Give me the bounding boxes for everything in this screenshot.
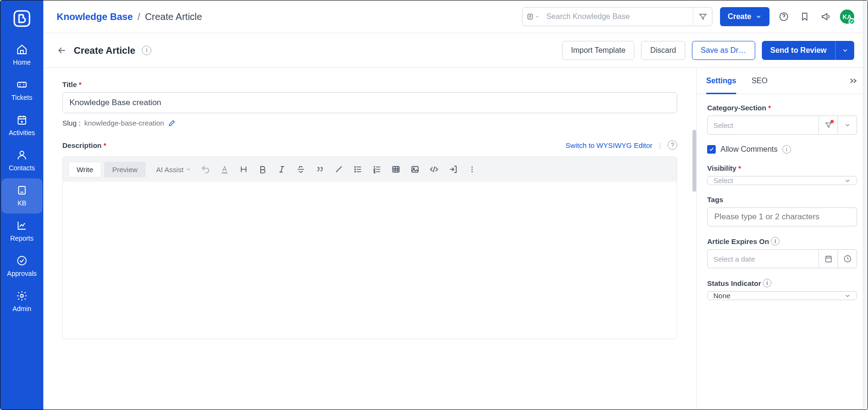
sidebar-item-activities[interactable]: Activities — [1, 108, 42, 143]
chart-icon — [16, 219, 28, 232]
breadcrumb-current: Create Article — [145, 11, 202, 22]
help-icon[interactable] — [777, 10, 790, 23]
sidebar-item-label: KB — [18, 199, 27, 207]
bullet-list-icon[interactable] — [349, 161, 366, 178]
editor-toolbar: Write Preview AI Assist — [63, 157, 677, 182]
svg-rect-0 — [14, 11, 30, 26]
actionbar: Create Article i Import Template Discard… — [43, 33, 868, 68]
svg-point-3 — [20, 151, 24, 155]
sidebar-item-tickets[interactable]: Tickets — [1, 73, 42, 108]
breadcrumb-root[interactable]: Knowledge Base — [57, 11, 133, 22]
search-box — [522, 7, 712, 26]
editor-tab-preview[interactable]: Preview — [104, 162, 146, 177]
ai-assist-button[interactable]: AI Assist — [156, 166, 191, 174]
sidebar-item-label: Contacts — [9, 164, 35, 172]
heading-icon[interactable] — [235, 161, 252, 178]
text-color-icon[interactable] — [216, 161, 233, 178]
undo-icon[interactable] — [197, 161, 214, 178]
search-scope-dropdown[interactable] — [523, 8, 543, 26]
category-filter-button[interactable] — [819, 116, 838, 135]
category-label: Category-Section* — [707, 104, 857, 112]
divider-icon[interactable] — [330, 161, 347, 178]
sidebar-item-reports[interactable]: Reports — [1, 214, 42, 249]
export-icon[interactable] — [444, 161, 462, 178]
status-select[interactable]: None — [707, 291, 857, 300]
time-picker-icon[interactable] — [838, 249, 857, 268]
svg-rect-13 — [412, 166, 418, 172]
filter-indicator-dot — [830, 120, 834, 123]
switch-editor-link[interactable]: Switch to WYSIWYG Editor — [566, 141, 653, 149]
expand-panel-icon[interactable] — [848, 76, 858, 86]
sidebar-item-label: Approvals — [7, 270, 37, 277]
svg-rect-1 — [18, 82, 26, 87]
italic-icon[interactable] — [273, 161, 290, 178]
edit-slug-icon[interactable] — [168, 119, 176, 127]
sidebar-item-label: Admin — [12, 305, 31, 312]
bold-icon[interactable] — [254, 161, 271, 178]
sidebar-item-home[interactable]: Home — [1, 38, 42, 73]
search-filter-button[interactable] — [693, 8, 712, 26]
user-avatar[interactable]: KA — [840, 10, 854, 24]
svg-rect-4 — [19, 186, 25, 194]
allow-comments-label: Allow Comments — [720, 145, 778, 154]
scrollbar-thumb[interactable] — [692, 130, 696, 192]
create-button[interactable]: Create — [720, 7, 769, 26]
tags-input[interactable] — [707, 207, 857, 226]
sidebar-item-approvals[interactable]: Approvals — [1, 249, 42, 284]
allow-comments-checkbox[interactable] — [707, 145, 716, 154]
svg-point-15 — [471, 166, 473, 168]
back-button[interactable] — [57, 45, 67, 56]
slug-value: knowledge-base-creation — [84, 119, 164, 127]
settings-panel: Settings SEO Category-Section* Select — [696, 68, 868, 410]
import-template-button[interactable]: Import Template — [562, 41, 634, 60]
category-dropdown-button[interactable] — [838, 116, 857, 135]
category-select[interactable]: Select — [707, 116, 819, 135]
info-icon[interactable]: i — [142, 46, 151, 55]
sidebar-item-label: Home — [13, 59, 30, 66]
svg-point-6 — [20, 294, 23, 297]
title-input[interactable] — [62, 92, 677, 113]
numbered-list-icon[interactable] — [368, 161, 385, 178]
window-scrollbar[interactable] — [863, 0, 868, 410]
save-draft-button[interactable]: Save as Dr… — [692, 41, 755, 60]
visibility-select[interactable]: Select — [707, 176, 857, 185]
send-review-button[interactable]: Send to Review — [762, 41, 835, 60]
code-icon[interactable] — [425, 161, 443, 178]
editor-textarea[interactable] — [63, 182, 677, 339]
svg-point-9 — [355, 166, 355, 167]
tab-seo[interactable]: SEO — [751, 68, 768, 94]
more-icon[interactable] — [464, 161, 481, 178]
sidebar-item-admin[interactable]: Admin — [1, 284, 42, 319]
check-circle-icon — [16, 254, 28, 267]
tab-settings[interactable]: Settings — [706, 68, 736, 94]
strikethrough-icon[interactable] — [292, 161, 309, 178]
sidebar-item-kb[interactable]: KB — [1, 178, 42, 214]
announcement-icon[interactable] — [819, 10, 832, 23]
visibility-label: Visibility* — [707, 164, 857, 172]
allow-comments-info-icon[interactable]: i — [782, 145, 791, 154]
quote-icon[interactable] — [311, 161, 328, 178]
editor-tab-write[interactable]: Write — [69, 162, 101, 177]
expires-date-input[interactable]: Select a date — [707, 249, 819, 268]
svg-rect-2 — [18, 117, 26, 124]
expires-info-icon[interactable]: i — [771, 237, 779, 245]
calendar-picker-icon[interactable] — [819, 249, 838, 268]
svg-point-11 — [355, 171, 355, 172]
sidebar-item-label: Reports — [10, 234, 33, 242]
search-input[interactable] — [543, 12, 693, 21]
slug-row: Slug : knowledge-base-creation — [62, 119, 677, 127]
table-icon[interactable] — [387, 161, 404, 178]
editor-column: Title* Slug : knowledge-base-creation De… — [43, 68, 696, 410]
send-review-split-button: Send to Review — [762, 41, 854, 60]
discard-button[interactable]: Discard — [641, 41, 685, 60]
bookmark-icon[interactable] — [798, 10, 811, 23]
description-label: Description* — [62, 141, 106, 149]
send-review-dropdown[interactable] — [835, 41, 854, 60]
app-logo[interactable] — [11, 8, 32, 29]
topbar: Knowledge Base / Create Article Create — [43, 0, 868, 33]
status-info-icon[interactable]: i — [763, 279, 771, 287]
svg-point-16 — [471, 169, 473, 170]
sidebar-item-contacts[interactable]: Contacts — [1, 143, 42, 178]
description-info-icon[interactable]: ? — [668, 140, 677, 150]
image-icon[interactable] — [406, 161, 424, 178]
